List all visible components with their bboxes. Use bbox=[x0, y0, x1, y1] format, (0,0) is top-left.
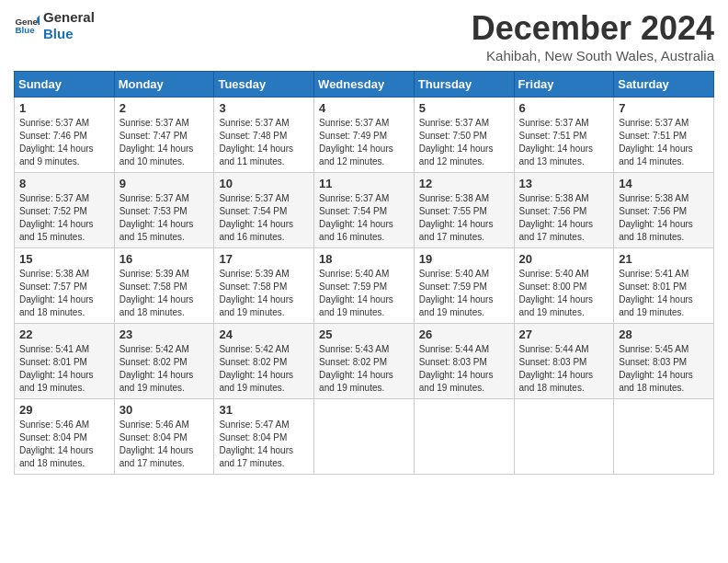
calendar-week-row: 1Sunrise: 5:37 AM Sunset: 7:46 PM Daylig… bbox=[15, 98, 714, 173]
month-title: December 2024 bbox=[472, 9, 714, 48]
day-number: 4 bbox=[319, 101, 409, 115]
weekday-header: Thursday bbox=[414, 72, 514, 98]
weekday-header: Sunday bbox=[15, 72, 115, 98]
day-number: 11 bbox=[319, 177, 409, 190]
day-number: 21 bbox=[619, 252, 709, 266]
day-number: 10 bbox=[219, 177, 309, 190]
day-info: Sunrise: 5:47 AM Sunset: 8:04 PM Dayligh… bbox=[219, 419, 309, 470]
calendar-cell: 8Sunrise: 5:37 AM Sunset: 7:52 PM Daylig… bbox=[15, 173, 115, 248]
logo-line2: Blue bbox=[43, 26, 74, 41]
day-info: Sunrise: 5:39 AM Sunset: 7:58 PM Dayligh… bbox=[219, 268, 309, 319]
logo-icon: General Blue bbox=[14, 13, 40, 39]
day-info: Sunrise: 5:37 AM Sunset: 7:49 PM Dayligh… bbox=[319, 117, 409, 168]
calendar-cell: 6Sunrise: 5:37 AM Sunset: 7:51 PM Daylig… bbox=[514, 98, 614, 173]
calendar-week-row: 8Sunrise: 5:37 AM Sunset: 7:52 PM Daylig… bbox=[15, 173, 714, 248]
day-info: Sunrise: 5:39 AM Sunset: 7:58 PM Dayligh… bbox=[119, 268, 210, 319]
day-info: Sunrise: 5:37 AM Sunset: 7:46 PM Dayligh… bbox=[19, 117, 109, 168]
calendar-cell: 30Sunrise: 5:46 AM Sunset: 8:04 PM Dayli… bbox=[114, 399, 214, 475]
calendar-cell: 17Sunrise: 5:39 AM Sunset: 7:58 PM Dayli… bbox=[214, 248, 314, 324]
day-info: Sunrise: 5:37 AM Sunset: 7:51 PM Dayligh… bbox=[519, 117, 609, 168]
weekday-header: Tuesday bbox=[214, 72, 314, 98]
day-info: Sunrise: 5:38 AM Sunset: 7:57 PM Dayligh… bbox=[19, 268, 109, 319]
calendar-cell: 31Sunrise: 5:47 AM Sunset: 8:04 PM Dayli… bbox=[214, 399, 314, 475]
day-number: 5 bbox=[419, 101, 509, 115]
calendar-cell: 2Sunrise: 5:37 AM Sunset: 7:47 PM Daylig… bbox=[114, 98, 214, 173]
day-number: 28 bbox=[619, 327, 709, 341]
calendar-cell: 1Sunrise: 5:37 AM Sunset: 7:46 PM Daylig… bbox=[15, 98, 115, 173]
calendar-cell: 29Sunrise: 5:46 AM Sunset: 8:04 PM Dayli… bbox=[15, 399, 115, 475]
day-number: 24 bbox=[219, 327, 309, 341]
weekday-header: Monday bbox=[114, 72, 214, 98]
weekday-header: Friday bbox=[514, 72, 614, 98]
svg-text:Blue: Blue bbox=[15, 25, 35, 35]
calendar-week-row: 22Sunrise: 5:41 AM Sunset: 8:01 PM Dayli… bbox=[15, 324, 714, 399]
day-info: Sunrise: 5:45 AM Sunset: 8:03 PM Dayligh… bbox=[619, 343, 709, 395]
weekday-header: Wednesday bbox=[314, 72, 415, 98]
day-info: Sunrise: 5:41 AM Sunset: 8:01 PM Dayligh… bbox=[619, 268, 709, 319]
weekday-header: Saturday bbox=[614, 72, 714, 98]
calendar-cell: 24Sunrise: 5:42 AM Sunset: 8:02 PM Dayli… bbox=[214, 324, 314, 399]
day-number: 19 bbox=[419, 252, 509, 266]
day-info: Sunrise: 5:38 AM Sunset: 7:56 PM Dayligh… bbox=[519, 192, 609, 244]
calendar-cell: 4Sunrise: 5:37 AM Sunset: 7:49 PM Daylig… bbox=[314, 98, 415, 173]
day-info: Sunrise: 5:46 AM Sunset: 8:04 PM Dayligh… bbox=[119, 419, 210, 470]
day-info: Sunrise: 5:40 AM Sunset: 8:00 PM Dayligh… bbox=[519, 268, 609, 319]
day-number: 14 bbox=[619, 177, 709, 190]
day-number: 29 bbox=[19, 403, 109, 417]
calendar-cell bbox=[514, 399, 614, 475]
title-block: December 2024 Kahibah, New South Wales, … bbox=[472, 9, 714, 63]
day-number: 6 bbox=[519, 101, 609, 115]
calendar-table: SundayMondayTuesdayWednesdayThursdayFrid… bbox=[14, 71, 714, 475]
day-number: 2 bbox=[119, 101, 210, 115]
day-info: Sunrise: 5:37 AM Sunset: 7:47 PM Dayligh… bbox=[119, 117, 210, 168]
day-info: Sunrise: 5:37 AM Sunset: 7:50 PM Dayligh… bbox=[419, 117, 509, 168]
day-info: Sunrise: 5:42 AM Sunset: 8:02 PM Dayligh… bbox=[119, 343, 210, 395]
calendar-cell: 14Sunrise: 5:38 AM Sunset: 7:56 PM Dayli… bbox=[614, 173, 714, 248]
day-info: Sunrise: 5:46 AM Sunset: 8:04 PM Dayligh… bbox=[19, 419, 109, 470]
calendar-cell: 11Sunrise: 5:37 AM Sunset: 7:54 PM Dayli… bbox=[314, 173, 415, 248]
day-info: Sunrise: 5:37 AM Sunset: 7:51 PM Dayligh… bbox=[619, 117, 709, 168]
calendar-cell: 20Sunrise: 5:40 AM Sunset: 8:00 PM Dayli… bbox=[514, 248, 614, 324]
calendar-cell: 15Sunrise: 5:38 AM Sunset: 7:57 PM Dayli… bbox=[15, 248, 115, 324]
calendar-cell: 18Sunrise: 5:40 AM Sunset: 7:59 PM Dayli… bbox=[314, 248, 415, 324]
calendar-cell: 5Sunrise: 5:37 AM Sunset: 7:50 PM Daylig… bbox=[414, 98, 514, 173]
day-number: 23 bbox=[119, 327, 210, 341]
calendar-cell: 16Sunrise: 5:39 AM Sunset: 7:58 PM Dayli… bbox=[114, 248, 214, 324]
day-number: 15 bbox=[19, 252, 109, 266]
day-info: Sunrise: 5:38 AM Sunset: 7:55 PM Dayligh… bbox=[419, 192, 509, 244]
day-info: Sunrise: 5:40 AM Sunset: 7:59 PM Dayligh… bbox=[419, 268, 509, 319]
day-info: Sunrise: 5:40 AM Sunset: 7:59 PM Dayligh… bbox=[319, 268, 409, 319]
logo: General Blue General Blue bbox=[14, 9, 95, 42]
calendar-cell: 25Sunrise: 5:43 AM Sunset: 8:02 PM Dayli… bbox=[314, 324, 415, 399]
day-info: Sunrise: 5:43 AM Sunset: 8:02 PM Dayligh… bbox=[319, 343, 409, 395]
day-number: 8 bbox=[19, 177, 109, 190]
day-number: 1 bbox=[19, 101, 109, 115]
calendar-cell: 28Sunrise: 5:45 AM Sunset: 8:03 PM Dayli… bbox=[614, 324, 714, 399]
calendar-week-row: 15Sunrise: 5:38 AM Sunset: 7:57 PM Dayli… bbox=[15, 248, 714, 324]
calendar-cell: 26Sunrise: 5:44 AM Sunset: 8:03 PM Dayli… bbox=[414, 324, 514, 399]
calendar-cell: 10Sunrise: 5:37 AM Sunset: 7:54 PM Dayli… bbox=[214, 173, 314, 248]
day-info: Sunrise: 5:44 AM Sunset: 8:03 PM Dayligh… bbox=[419, 343, 509, 395]
calendar-cell: 21Sunrise: 5:41 AM Sunset: 8:01 PM Dayli… bbox=[614, 248, 714, 324]
calendar-cell: 27Sunrise: 5:44 AM Sunset: 8:03 PM Dayli… bbox=[514, 324, 614, 399]
day-number: 30 bbox=[119, 403, 210, 417]
day-number: 20 bbox=[519, 252, 609, 266]
day-number: 16 bbox=[119, 252, 210, 266]
day-info: Sunrise: 5:37 AM Sunset: 7:53 PM Dayligh… bbox=[119, 192, 210, 244]
day-info: Sunrise: 5:37 AM Sunset: 7:54 PM Dayligh… bbox=[319, 192, 409, 244]
day-info: Sunrise: 5:37 AM Sunset: 7:54 PM Dayligh… bbox=[219, 192, 309, 244]
day-number: 3 bbox=[219, 101, 309, 115]
day-info: Sunrise: 5:42 AM Sunset: 8:02 PM Dayligh… bbox=[219, 343, 309, 395]
day-info: Sunrise: 5:41 AM Sunset: 8:01 PM Dayligh… bbox=[19, 343, 109, 395]
day-number: 22 bbox=[19, 327, 109, 341]
location-subtitle: Kahibah, New South Wales, Australia bbox=[472, 48, 714, 63]
calendar-cell: 19Sunrise: 5:40 AM Sunset: 7:59 PM Dayli… bbox=[414, 248, 514, 324]
calendar-cell: 12Sunrise: 5:38 AM Sunset: 7:55 PM Dayli… bbox=[414, 173, 514, 248]
day-info: Sunrise: 5:37 AM Sunset: 7:52 PM Dayligh… bbox=[19, 192, 109, 244]
day-number: 13 bbox=[519, 177, 609, 190]
calendar-cell: 7Sunrise: 5:37 AM Sunset: 7:51 PM Daylig… bbox=[614, 98, 714, 173]
day-number: 7 bbox=[619, 101, 709, 115]
page-header: General Blue General Blue December 2024 … bbox=[14, 9, 714, 63]
day-number: 26 bbox=[419, 327, 509, 341]
day-number: 27 bbox=[519, 327, 609, 341]
